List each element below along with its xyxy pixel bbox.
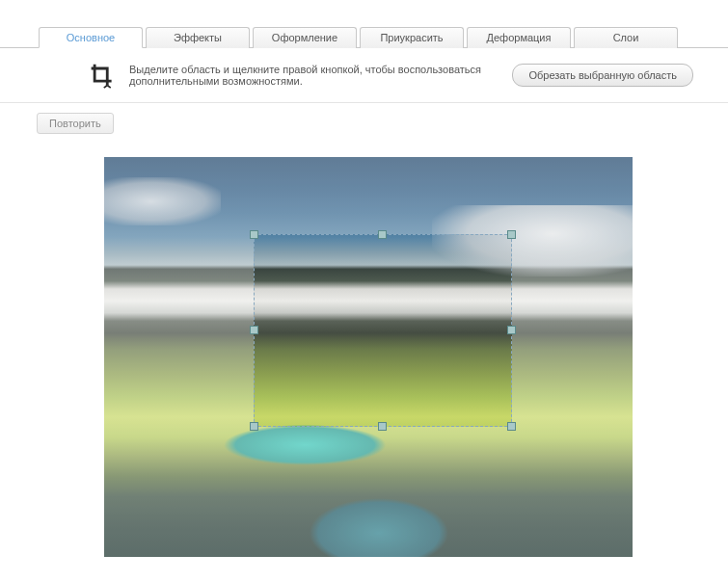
tab-bar: Основное Эффекты Оформление Приукрасить … — [0, 27, 728, 48]
tab-deform[interactable]: Деформация — [467, 27, 571, 48]
repeat-button[interactable]: Повторить — [37, 113, 114, 134]
tab-effects[interactable]: Эффекты — [146, 27, 250, 48]
crop-icon — [89, 62, 116, 89]
tab-decoration[interactable]: Оформление — [253, 27, 357, 48]
crop-hint: Выделите область и щелкните правой кнопк… — [129, 64, 499, 87]
resize-handle-nw[interactable] — [250, 230, 258, 239]
toolbar: Выделите область и щелкните правой кнопк… — [0, 47, 728, 103]
resize-handle-s[interactable] — [378, 422, 387, 431]
crop-button[interactable]: Обрезать выбранную область — [512, 64, 693, 87]
resize-handle-w[interactable] — [250, 326, 258, 334]
tab-beautify[interactable]: Приукрасить — [360, 27, 464, 48]
crop-selection[interactable] — [254, 234, 512, 427]
resize-handle-ne[interactable] — [507, 230, 516, 239]
canvas[interactable] — [104, 157, 633, 557]
resize-handle-n[interactable] — [378, 230, 387, 239]
tab-layers[interactable]: Слои — [574, 27, 678, 48]
resize-handle-se[interactable] — [507, 422, 516, 431]
resize-handle-sw[interactable] — [250, 422, 258, 431]
tab-main[interactable]: Основное — [39, 27, 143, 48]
resize-handle-e[interactable] — [507, 326, 516, 334]
